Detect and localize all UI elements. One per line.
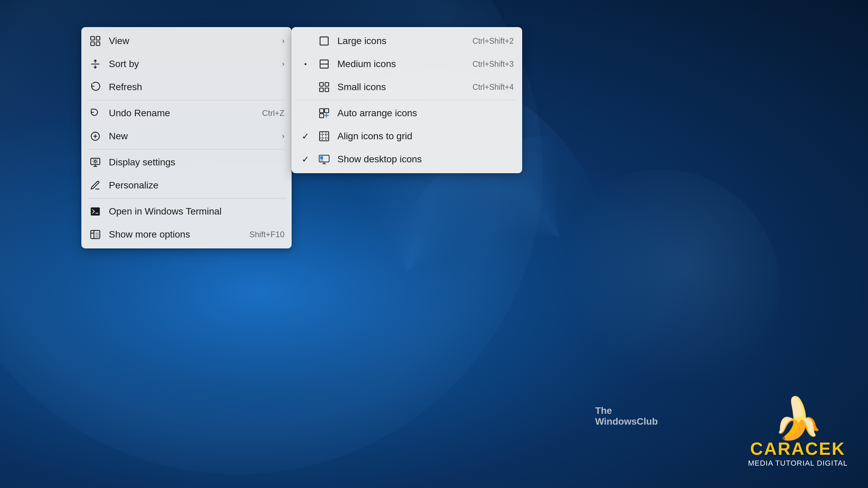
- svg-rect-34: [320, 157, 323, 159]
- submenu-medium-icons[interactable]: • Medium icons Ctrl+Shift+3: [292, 53, 522, 76]
- medium-icons-bullet: •: [300, 60, 311, 68]
- svg-rect-3: [96, 42, 100, 46]
- menu-item-more-options[interactable]: Show more options Shift+F10: [82, 223, 291, 246]
- svg-rect-2: [91, 42, 95, 46]
- submenu-separator-1: [297, 100, 516, 100]
- refresh-icon: [88, 80, 102, 94]
- svg-rect-24: [325, 88, 329, 92]
- undo-rename-label: Undo Rename: [109, 108, 255, 119]
- svg-rect-12: [91, 207, 100, 216]
- more-options-shortcut: Shift+F10: [250, 230, 284, 239]
- large-icons-shortcut: Ctrl+Shift+2: [473, 37, 514, 46]
- menu-item-display-settings[interactable]: Display settings: [82, 151, 291, 174]
- separator-1: [87, 100, 286, 100]
- caracek-logo: 🍌 CARACEK MEDIA TUTORIAL DIGITAL: [748, 398, 848, 468]
- svg-rect-28: [320, 132, 329, 141]
- context-menu-wrapper: View › Sort by ›: [81, 27, 522, 248]
- view-label: View: [109, 36, 273, 46]
- new-arrow: ›: [282, 132, 284, 141]
- submenu-auto-arrange[interactable]: Auto arrange icons: [292, 102, 522, 125]
- submenu-small-icons[interactable]: Small icons Ctrl+Shift+4: [292, 76, 522, 99]
- new-label: New: [109, 131, 273, 142]
- brand-name: CARACEK: [750, 439, 846, 459]
- large-icon-icon: [318, 35, 331, 47]
- svg-rect-23: [320, 88, 323, 92]
- svg-rect-1: [96, 37, 100, 40]
- auto-arrange-icon: [318, 107, 331, 120]
- menu-item-undo-rename[interactable]: Undo Rename Ctrl+Z: [82, 102, 291, 125]
- align-to-grid-label: Align icons to grid: [337, 131, 514, 142]
- personalize-label: Personalize: [109, 180, 284, 191]
- menu-item-view[interactable]: View ›: [82, 29, 291, 53]
- submenu-show-desktop-icons[interactable]: ✓ Show desktop icons: [292, 148, 522, 171]
- context-menu: View › Sort by ›: [81, 27, 292, 248]
- svg-point-11: [94, 160, 97, 163]
- more-options-icon: [88, 228, 102, 241]
- medium-icon-icon: [318, 58, 331, 70]
- small-icons-label: Small icons: [337, 82, 466, 93]
- menu-item-new[interactable]: New ›: [82, 125, 291, 148]
- show-desktop-check: ✓: [300, 154, 311, 165]
- align-grid-icon: [318, 130, 331, 143]
- small-icon-icon: [318, 81, 331, 94]
- display-settings-label: Display settings: [109, 157, 284, 168]
- medium-icons-label: Medium icons: [337, 59, 466, 69]
- auto-arrange-check: [300, 108, 311, 119]
- submenu-align-to-grid[interactable]: ✓ Align icons to grid: [292, 125, 522, 148]
- align-grid-check: ✓: [300, 131, 311, 142]
- view-submenu: Large icons Ctrl+Shift+2 • Medium icons …: [292, 27, 522, 173]
- undo-icon: [88, 106, 102, 120]
- new-icon: [88, 129, 102, 143]
- large-icons-check: [300, 36, 311, 46]
- refresh-label: Refresh: [109, 82, 284, 93]
- watermark: The WindowsClub: [595, 405, 658, 427]
- display-icon: [88, 156, 102, 169]
- separator-2: [87, 149, 286, 149]
- menu-item-personalize[interactable]: Personalize: [82, 174, 291, 197]
- personalize-icon: [88, 179, 102, 192]
- svg-rect-21: [320, 83, 323, 86]
- show-desktop-icons-label: Show desktop icons: [337, 154, 514, 165]
- sort-by-label: Sort by: [109, 59, 273, 69]
- sort-icon: [88, 57, 102, 71]
- small-icons-check: [300, 82, 311, 93]
- svg-rect-14: [91, 230, 100, 239]
- svg-rect-26: [324, 109, 329, 113]
- terminal-icon: [88, 205, 102, 218]
- terminal-label: Open in Windows Terminal: [109, 206, 284, 217]
- undo-rename-shortcut: Ctrl+Z: [262, 108, 284, 118]
- svg-rect-25: [320, 109, 324, 113]
- more-options-label: Show more options: [109, 229, 243, 240]
- sort-arrow: ›: [282, 60, 284, 68]
- brand-subtitle: MEDIA TUTORIAL DIGITAL: [748, 459, 848, 468]
- menu-item-refresh[interactable]: Refresh: [82, 76, 291, 99]
- auto-arrange-label: Auto arrange icons: [337, 108, 514, 119]
- menu-item-sort-by[interactable]: Sort by ›: [82, 53, 291, 76]
- medium-icons-shortcut: Ctrl+Shift+3: [473, 60, 514, 69]
- small-icons-shortcut: Ctrl+Shift+4: [473, 83, 514, 92]
- svg-rect-35: [320, 160, 323, 161]
- submenu-large-icons[interactable]: Large icons Ctrl+Shift+2: [292, 29, 522, 53]
- separator-3: [87, 198, 286, 199]
- menu-item-terminal[interactable]: Open in Windows Terminal: [82, 200, 291, 223]
- banana-icon: 🍌: [772, 398, 823, 439]
- view-icon: [88, 34, 102, 48]
- large-icons-label: Large icons: [337, 36, 466, 46]
- view-arrow: ›: [282, 37, 284, 45]
- svg-rect-18: [320, 37, 328, 45]
- show-desktop-icon: [318, 153, 331, 166]
- svg-rect-22: [325, 83, 329, 86]
- svg-rect-0: [91, 37, 95, 40]
- svg-rect-27: [320, 114, 324, 118]
